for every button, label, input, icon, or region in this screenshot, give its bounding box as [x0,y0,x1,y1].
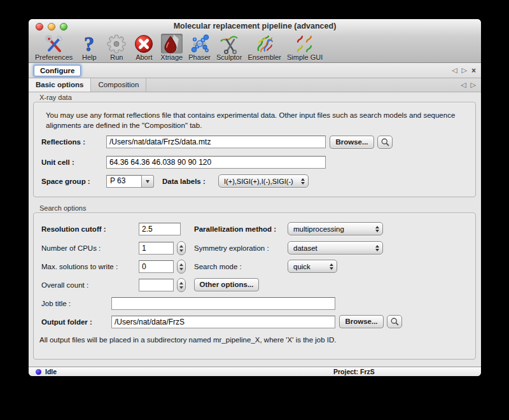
reflections-label: Reflections : [41,138,85,146]
resolution-cutoff-label: Resolution cutoff : [41,225,106,233]
simple-gui-icon [294,34,316,53]
combo-dropdown-icon[interactable] [142,175,154,188]
notebook-tab-row: Configure ◁ ▷ × [29,63,481,78]
output-note: All output files will be placed in a sub… [39,336,337,344]
toolbar-item-simple-gui[interactable]: Simple GUI [287,34,323,61]
xray-description: You may use any format reflections file … [46,110,458,130]
run-gear-icon [106,34,127,53]
data-labels-value: I(+),SIGI(+),I(-),SIGI(-) [224,178,293,185]
data-labels-popup[interactable]: I(+),SIGI(+),I(-),SIGI(-) [218,174,309,188]
toolbar-item-ensembler[interactable]: Ensembler [248,34,281,61]
window-title: Molecular replacement pipeline (advanced… [29,19,481,34]
popup-updown-icon [375,245,379,251]
toolbar-label: Sculptor [216,53,242,61]
search-mode-popup[interactable]: quick [288,260,337,273]
space-group-value[interactable]: P 63 [106,175,142,188]
popup-updown-icon [330,263,333,270]
svg-text:?: ? [84,34,94,54]
reflections-search-button[interactable] [377,136,393,149]
toolbar-item-sculptor[interactable]: Sculptor [216,34,242,61]
reflections-input[interactable] [106,136,326,148]
popup-updown-icon [301,178,305,185]
output-folder-search-button[interactable] [387,315,402,328]
status-indicator-icon [36,369,41,375]
toolbar-label: Help [82,53,97,61]
preferences-tools-icon [43,34,65,53]
parallelization-method-label: Parallelization method : [194,225,276,233]
toolbar-label: Abort [136,53,152,61]
project-label: Project: FrzS [333,368,375,375]
data-labels-label: Data labels : [162,178,206,185]
unit-cell-label: Unit cell : [41,158,74,166]
sculptor-scissors-icon [218,34,240,53]
toolbar-label: Preferences [35,53,73,61]
toolbar-item-preferences[interactable]: Preferences [35,34,73,61]
overall-count-stepper[interactable] [177,278,186,292]
max-solutions-label: Max. solutions to write : [41,263,118,270]
search-mode-value: quick [293,263,310,270]
magnifier-icon [380,137,390,147]
subtab-scroll-left-icon[interactable]: ◁ [461,81,466,89]
phaser-molecule-icon: phaser [189,34,211,53]
status-bar: Idle Project: FrzS [29,367,481,376]
main-toolbar: Preferences ? Help [35,34,478,62]
number-of-cpus-label: Number of CPUs : [41,244,101,252]
toolbar-item-help[interactable]: ? Help [78,34,100,61]
cpus-stepper[interactable] [177,241,186,255]
search-group-label: Search options [39,204,86,212]
tab-basic-options[interactable]: Basic options [29,78,91,92]
tab-scroll-left-icon[interactable]: ◁ [452,66,457,74]
toolbar-item-xtriage[interactable]: Xtriage [160,34,183,61]
max-solutions-input[interactable] [139,260,174,273]
toolbar-label: Simple GUI [287,53,323,61]
window-chrome: Molecular replacement pipeline (advanced… [29,19,481,63]
subtab-scroll-right-icon[interactable]: ▷ [471,81,476,89]
toolbar-item-abort[interactable]: Abort [133,34,155,61]
toolbar-item-phaser[interactable]: phaser Phaser [188,34,211,61]
tab-composition[interactable]: Composition [91,78,146,92]
number-of-cpus-input[interactable] [139,242,174,255]
toolbar-label: Ensembler [248,53,281,61]
popup-updown-icon [375,226,379,232]
space-group-label: Space group : [41,178,90,185]
reflections-browse-button[interactable]: Browse... [330,136,374,149]
toolbar-label: Xtriage [160,53,183,61]
symmetry-exploration-popup[interactable]: dataset [288,241,383,255]
toolbar-item-run[interactable]: Run [106,34,127,61]
parallelization-method-value: multiprocessing [293,225,344,233]
output-folder-browse-button[interactable]: Browse... [339,315,384,328]
other-options-button[interactable]: Other options... [194,278,259,291]
unit-cell-input[interactable] [106,156,326,169]
abort-icon [133,34,155,53]
search-mode-label: Search mode : [194,263,242,270]
job-title-input[interactable] [111,297,335,310]
toolbar-label: Run [110,53,123,61]
app-window: Molecular replacement pipeline (advanced… [29,19,481,376]
output-folder-input[interactable] [111,316,335,328]
resolution-cutoff-input[interactable] [139,223,181,235]
title-bar: Molecular replacement pipeline (advanced… [29,19,481,34]
magnifier-icon [390,317,400,326]
toolbar-label: Phaser [188,53,211,61]
output-folder-label: Output folder : [41,318,92,326]
job-title-label: Job title : [41,300,71,307]
overall-count-input[interactable] [139,279,174,291]
parallelization-method-popup[interactable]: multiprocessing [288,222,383,235]
ensembler-ribbons-icon [254,34,275,53]
help-question-icon: ? [78,34,100,53]
symmetry-exploration-value: dataset [293,244,317,252]
xtriage-drop-icon [161,34,183,53]
tab-configure[interactable]: Configure [34,65,81,76]
symmetry-exploration-label: Symmetry exploration : [194,244,269,252]
space-group-combobox[interactable]: P 63 [106,175,154,188]
overall-count-label: Overall count : [41,281,88,289]
xray-group-label: X-ray data [39,94,72,101]
status-text: Idle [45,368,57,375]
subtab-row: Basic options Composition ◁ ▷ [29,78,481,92]
tab-scroll-right-icon[interactable]: ▷ [462,66,467,74]
max-solutions-stepper[interactable] [177,260,186,274]
tab-close-icon[interactable]: × [471,66,476,75]
